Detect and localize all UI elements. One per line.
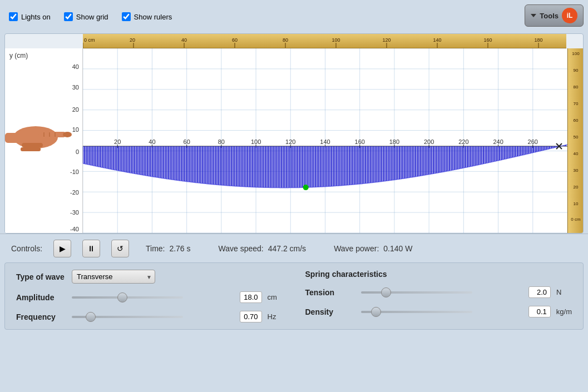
y-tick-m40: -40 — [70, 226, 79, 232]
horizontal-ruler: 0 cm 20 40 60 80 100 120 140 160 180 200… — [83, 34, 566, 48]
y-tick-30: 30 — [72, 84, 79, 91]
svg-text:70: 70 — [574, 101, 579, 106]
svg-point-35 — [63, 132, 72, 137]
play-button[interactable]: ▶ — [53, 240, 71, 257]
density-unit: kg/m — [556, 307, 572, 316]
svg-text:20: 20 — [130, 37, 135, 43]
controls-label: Controls: — [11, 244, 42, 253]
tension-row: Tension 2.0 N — [305, 286, 572, 298]
svg-text:20: 20 — [574, 185, 579, 190]
vertical-ruler: 100 90 80 70 60 50 40 30 20 10 0 cm — [567, 48, 583, 233]
hand-image — [5, 111, 77, 156]
tools-triangle-icon — [531, 14, 536, 17]
amplitude-label: Amplitude — [16, 293, 66, 302]
svg-text:90: 90 — [574, 68, 579, 73]
amplitude-unit: cm — [268, 293, 283, 301]
density-value: 0.1 — [528, 306, 551, 317]
tension-label: Tension — [305, 288, 355, 297]
time-display: Time: 2.76 s — [146, 244, 191, 253]
svg-text:100: 100 — [572, 51, 580, 56]
svg-text:40: 40 — [574, 151, 579, 156]
tension-value: 2.0 — [528, 286, 551, 298]
frequency-row: Frequency 0.70 Hz — [16, 311, 283, 322]
svg-text:30: 30 — [574, 168, 579, 173]
svg-text:0 cm: 0 cm — [571, 217, 581, 222]
svg-text:60: 60 — [574, 118, 579, 123]
reset-button[interactable]: ↺ — [111, 240, 129, 257]
frequency-slider-container — [72, 316, 234, 318]
density-label: Density — [305, 307, 355, 316]
pause-button[interactable]: ⏸ — [82, 240, 100, 257]
chart-area: y (cm) 40 30 20 10 0 -10 -20 -30 -40 — [5, 48, 567, 233]
frequency-unit: Hz — [268, 312, 283, 321]
density-row: Density 0.1 kg/m — [305, 306, 572, 317]
svg-text:40: 40 — [181, 37, 187, 43]
top-toolbar: Lights on Show grid Show rulers Tools iL — [0, 0, 588, 33]
amplitude-row: Amplitude 18.0 cm — [16, 291, 283, 303]
spring-header: Spring characteristics — [305, 270, 572, 279]
wave-type-label: Type of wave — [16, 272, 66, 281]
svg-text:10: 10 — [574, 201, 579, 206]
tension-slider[interactable] — [361, 291, 472, 294]
lights-on-checkbox[interactable]: Lights on — [9, 12, 51, 21]
wave-canvas — [83, 48, 567, 233]
frequency-label: Frequency — [16, 312, 66, 321]
amplitude-value: 18.0 — [240, 291, 262, 303]
svg-rect-34 — [38, 132, 66, 137]
frequency-value: 0.70 — [240, 311, 262, 322]
svg-rect-36 — [22, 143, 43, 147]
density-slider-container — [361, 311, 523, 313]
y-tick-m10: -10 — [70, 168, 79, 175]
tension-unit: N — [556, 288, 572, 296]
svg-text:160: 160 — [483, 37, 492, 43]
svg-text:120: 120 — [382, 37, 391, 43]
wave-chart — [83, 48, 567, 233]
svg-text:180: 180 — [534, 37, 542, 43]
show-grid-checkbox[interactable]: Show grid — [64, 12, 108, 21]
wave-type-select[interactable]: Transverse Longitudinal — [72, 270, 155, 284]
wave-power-display: Wave power: 0.140 W — [334, 244, 412, 253]
simulation-area: 0 cm 20 40 60 80 100 120 140 160 180 200… — [4, 33, 584, 234]
svg-text:80: 80 — [283, 37, 288, 43]
controls-bar: Controls: ▶ ⏸ ↺ Time: 2.76 s Wave speed:… — [0, 234, 588, 262]
y-tick-m30: -30 — [70, 209, 79, 216]
tools-label: Tools — [540, 12, 559, 20]
show-rulers-checkbox[interactable]: Show rulers — [122, 12, 172, 21]
amplitude-slider[interactable] — [72, 296, 183, 299]
tools-button[interactable]: Tools iL — [525, 4, 584, 27]
settings-panel: Type of wave Transverse Longitudinal Amp… — [4, 262, 584, 330]
density-slider[interactable] — [361, 311, 472, 313]
svg-text:0 cm: 0 cm — [84, 37, 95, 43]
svg-text:60: 60 — [232, 37, 238, 43]
spring-title: Spring characteristics — [305, 270, 387, 279]
tools-logo-icon: iL — [562, 8, 577, 23]
wave-type-select-wrapper[interactable]: Transverse Longitudinal — [72, 270, 155, 284]
amplitude-slider-container — [72, 296, 234, 299]
y-tick-m20: -20 — [70, 189, 79, 196]
svg-text:80: 80 — [574, 85, 579, 90]
svg-text:100: 100 — [332, 37, 340, 43]
y-tick-40: 40 — [72, 63, 79, 70]
svg-text:140: 140 — [433, 37, 441, 43]
wave-speed-display: Wave speed: 447.2 cm/s — [219, 244, 307, 253]
svg-text:50: 50 — [574, 135, 579, 140]
y-axis-label: y (cm) — [9, 52, 28, 59]
svg-rect-38 — [5, 133, 27, 143]
svg-rect-37 — [21, 147, 41, 151]
tension-slider-container — [361, 291, 523, 294]
frequency-slider[interactable] — [72, 316, 183, 318]
wave-type-row: Type of wave Transverse Longitudinal — [16, 270, 283, 284]
